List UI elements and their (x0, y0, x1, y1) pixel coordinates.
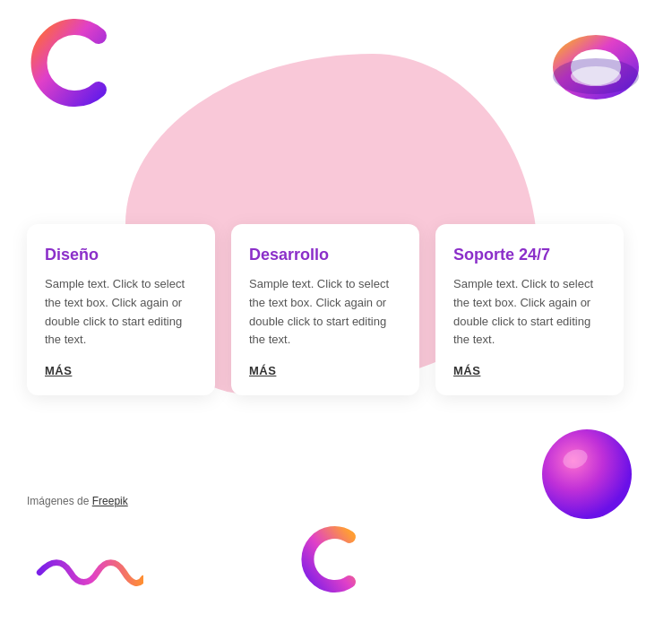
c-shape-bottom-center-icon (296, 523, 367, 595)
card-diseno: Diseño Sample text. Click to select the … (27, 224, 215, 395)
wave-bottom-left-icon (36, 555, 143, 591)
card-soporte-text: Sample text. Click to select the text bo… (453, 275, 606, 350)
cards-container: Diseño Sample text. Click to select the … (27, 224, 624, 395)
svg-point-4 (542, 429, 632, 519)
card-soporte-title: Soporte 24/7 (453, 246, 606, 264)
attribution-prefix: Imágenes de (27, 495, 92, 507)
card-diseno-title: Diseño (45, 246, 197, 264)
attribution-link[interactable]: Freepik (92, 495, 128, 507)
card-desarrollo-text: Sample text. Click to select the text bo… (249, 275, 401, 350)
c-shape-top-left-icon (27, 18, 116, 108)
svg-point-3 (571, 66, 621, 86)
card-diseno-text: Sample text. Click to select the text bo… (45, 275, 197, 350)
card-soporte-link[interactable]: MÁS (453, 364, 606, 377)
card-desarrollo-link[interactable]: MÁS (249, 364, 401, 377)
card-desarrollo-title: Desarrollo (249, 246, 401, 264)
card-soporte: Soporte 24/7 Sample text. Click to selec… (435, 224, 624, 395)
card-desarrollo: Desarrollo Sample text. Click to select … (231, 224, 419, 395)
sphere-bottom-right-icon (538, 425, 636, 523)
torus-top-right-icon (547, 27, 645, 108)
attribution: Imágenes de Freepik (27, 495, 128, 507)
card-diseno-link[interactable]: MÁS (45, 364, 197, 377)
